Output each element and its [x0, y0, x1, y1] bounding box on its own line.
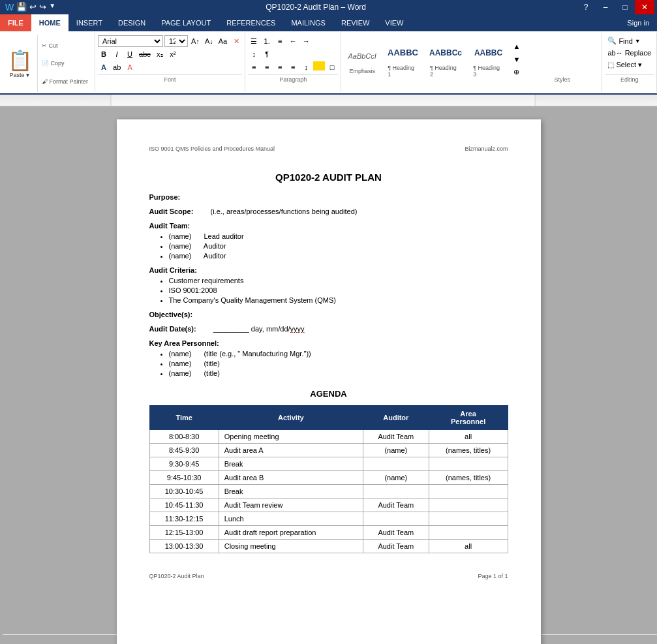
styles-more[interactable]: ⊕ [511, 67, 523, 78]
superscript-button[interactable]: x² [167, 48, 179, 60]
audit-team-label: Audit Team: [149, 222, 191, 230]
align-center-button[interactable]: ≡ [261, 61, 273, 73]
styles-scroll-up[interactable]: ▲ [511, 40, 523, 52]
col-personnel: AreaPersonnel [429, 406, 508, 430]
tab-home[interactable]: HOME [31, 14, 69, 31]
agenda-time: 8:45-9:30 [149, 444, 219, 457]
increase-indent-button[interactable]: → [300, 35, 312, 47]
find-dropdown[interactable]: ▼ [635, 38, 641, 44]
app-icon: W [5, 2, 14, 12]
heading1-preview: AABBC [388, 41, 418, 65]
agenda-body: 8:00-8:30 Opening meeting Audit Team all… [149, 430, 508, 553]
justify-button[interactable]: ≡ [287, 61, 299, 73]
font-size-select[interactable]: 12 [164, 35, 188, 47]
agenda-row: 13:00-13:30 Closing meeting Audit Team a… [149, 540, 508, 553]
paste-dropdown[interactable]: ▼ [25, 72, 31, 78]
style-heading3[interactable]: AABBC ¶ Heading 3 [468, 38, 508, 80]
tab-page-layout[interactable]: PAGE LAYOUT [153, 14, 219, 31]
shrink-font-button[interactable]: A↓ [203, 35, 215, 47]
bullets-button[interactable]: ☰ [248, 35, 260, 47]
replace-button[interactable]: ab↔ Replace [605, 48, 654, 58]
agenda-personnel [429, 512, 508, 526]
border-button[interactable]: □ [326, 61, 338, 73]
key-personnel-3: (name) (title) [169, 369, 508, 377]
italic-button[interactable]: I [111, 48, 123, 60]
styles-items: AaBbCcI Emphasis AABBC ¶ Heading 1 AABBC… [344, 38, 508, 80]
audit-scope-section: Audit Scope: (i.e., areas/processes/func… [149, 207, 508, 215]
copy-button[interactable]: 📄 Copy [40, 59, 89, 67]
search-icon: 🔍 [607, 37, 617, 45]
clear-format-button[interactable]: ✕ [230, 35, 242, 47]
tab-insert[interactable]: INSERT [69, 14, 110, 31]
tab-mailings[interactable]: MAILINGS [283, 14, 333, 31]
style-heading1[interactable]: AABBC ¶ Heading 1 [383, 38, 423, 80]
decrease-indent-button[interactable]: ← [287, 35, 299, 47]
quick-save[interactable]: 💾 [16, 2, 27, 12]
quick-undo[interactable]: ↩ [29, 2, 37, 12]
footer-left: QP1020-2 Audit Plan [149, 573, 204, 579]
font-color-button[interactable]: A [124, 61, 136, 73]
strikethrough-button[interactable]: abc [137, 48, 153, 60]
document-area: ISO 9001 QMS Policies and Procedures Man… [0, 106, 657, 644]
show-para-button[interactable]: ¶ [261, 48, 273, 60]
sign-in-button[interactable]: Sign in [619, 14, 657, 31]
tab-review[interactable]: REVIEW [333, 14, 377, 31]
find-button[interactable]: 🔍 Find ▼ [605, 35, 643, 46]
font-family-select[interactable]: Arial [98, 35, 163, 47]
text-effect-button[interactable]: A [98, 61, 110, 73]
cut-button[interactable]: ✂ Cut [40, 42, 89, 50]
multilevel-button[interactable]: ≡ [274, 35, 286, 47]
paragraph-row2: ↕ ¶ [248, 48, 273, 60]
agenda-auditor [363, 457, 429, 471]
page-header: ISO 9001 QMS Policies and Procedures Man… [149, 146, 508, 152]
align-left-button[interactable]: ≡ [248, 61, 260, 73]
styles-scroll-down[interactable]: ▼ [511, 54, 523, 65]
line-spacing-button[interactable]: ↕ [300, 61, 312, 73]
styles-group: AaBbCcI Emphasis AABBC ¶ Heading 1 AABBC… [341, 33, 602, 92]
sort-button[interactable]: ↕ [248, 48, 260, 60]
subscript-button[interactable]: x₂ [154, 48, 166, 60]
underline-button[interactable]: U [124, 48, 136, 60]
shading-button[interactable] [313, 61, 325, 70]
align-right-button[interactable]: ≡ [274, 61, 286, 73]
agenda-time: 10:45-11:30 [149, 498, 219, 512]
agenda-activity: Lunch [219, 512, 363, 526]
agenda-row: 10:45-11:30 Audit Team review Audit Team [149, 498, 508, 512]
audit-scope-value: (i.e., areas/processes/functions being a… [210, 207, 357, 215]
numbering-button[interactable]: 1. [261, 35, 273, 47]
agenda-personnel: (names, titles) [429, 444, 508, 457]
paste-label: Paste [10, 72, 25, 78]
style-emphasis[interactable]: AaBbCcI Emphasis [344, 42, 380, 77]
select-button[interactable]: ⬚ Select ▾ [605, 59, 645, 70]
paragraph-row3: ≡ ≡ ≡ ≡ ↕ □ [248, 61, 338, 73]
tab-references[interactable]: REFERENCES [219, 14, 283, 31]
style-heading2[interactable]: AABBCc ¶ Heading 2 [425, 38, 466, 80]
header-left: ISO 9001 QMS Policies and Procedures Man… [149, 146, 275, 152]
paste-button[interactable]: 📋 Paste ▼ [3, 35, 38, 92]
grow-font-button[interactable]: A↑ [189, 35, 202, 47]
tab-view[interactable]: VIEW [377, 14, 411, 31]
editing-group-label: Editing [605, 74, 654, 83]
format-painter-button[interactable]: 🖌 Format Painter [40, 78, 89, 85]
font-row1: Arial 12 A↑ A↓ Aa ✕ [98, 35, 242, 47]
help-btn[interactable]: ? [576, 0, 596, 14]
document-title[interactable]: QP1020-2 AUDIT PLAN [149, 172, 508, 183]
font-group-label: Font [98, 74, 242, 83]
tab-file[interactable]: FILE [0, 14, 31, 31]
paragraph-group: ☰ 1. ≡ ← → ↕ ¶ ≡ ≡ ≡ ≡ ↕ □ Paragraph [245, 33, 341, 92]
page[interactable]: ISO 9001 QMS Policies and Procedures Man… [117, 119, 541, 644]
tab-design[interactable]: DESIGN [110, 14, 153, 31]
agenda-auditor: Audit Team [363, 430, 429, 444]
text-highlight-button[interactable]: ab [111, 61, 123, 73]
key-personnel-1: (name) (title (e.g., " Manufacturing Mgr… [169, 350, 508, 358]
agenda-header-row: Time Activity Auditor AreaPersonnel [149, 406, 508, 430]
audit-criteria-label: Audit Criteria: [149, 266, 197, 274]
quick-dropdown[interactable]: ▼ [49, 2, 55, 12]
quick-redo[interactable]: ↪ [39, 2, 46, 12]
bold-button[interactable]: B [98, 48, 110, 60]
close-btn[interactable]: ✕ [635, 0, 654, 14]
audit-criteria-list: Customer requirements ISO 9001:2008 The … [169, 277, 508, 304]
case-button[interactable]: Aa [217, 35, 229, 47]
minimize-btn[interactable]: – [596, 0, 615, 14]
maximize-btn[interactable]: □ [615, 0, 635, 14]
